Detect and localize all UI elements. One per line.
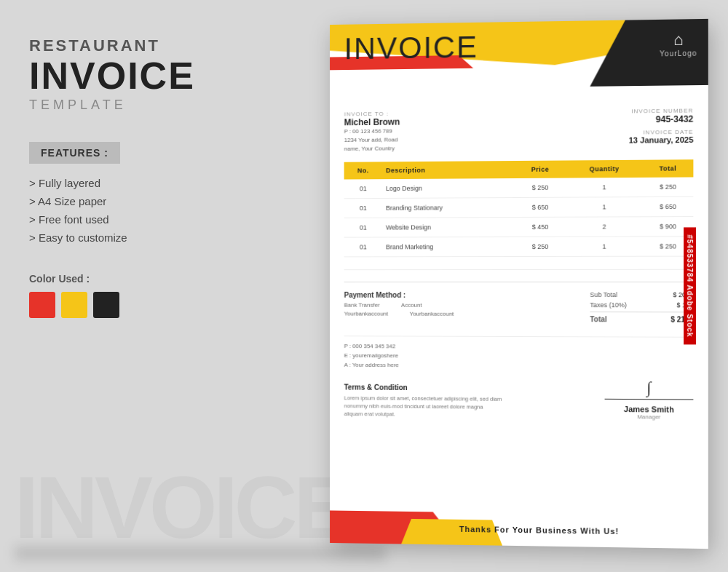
row1-qty: 1 <box>566 178 643 197</box>
row2-total: $ 650 <box>643 196 694 217</box>
row1-price: $ 250 <box>515 178 566 198</box>
payment-method-title: Payment Method : <box>344 291 454 299</box>
features-box: FEATURES : <box>29 142 120 164</box>
total-row: Total $ 2150 <box>590 311 693 323</box>
client-name: Michel Brown <box>344 117 400 128</box>
row1-desc: Logo Design <box>382 178 514 198</box>
table-row-empty <box>344 256 694 270</box>
payment-method-row: Bank Transfer Account <box>344 302 454 309</box>
terms-text: Lorem ipsum dolor sit amet, consectetuer… <box>344 394 502 419</box>
taxes-label: Taxes (10%) <box>590 301 627 309</box>
payment-type: Bank Transfer <box>344 302 380 309</box>
row2-price: $ 650 <box>515 197 566 217</box>
invoice-shadow <box>15 546 386 560</box>
color-swatch-yellow <box>61 292 87 318</box>
table-header-qty: Quantity <box>566 160 643 178</box>
total-label: Total <box>590 315 606 323</box>
invoice-number-section: INVOICE NUMBER 945-3432 INVOICE DATE 13 … <box>629 107 694 151</box>
table-row: 01 Branding Stationary $ 650 1 $ 650 <box>344 196 694 218</box>
row3-price: $ 450 <box>515 217 566 237</box>
feature-item: Fully layered <box>29 177 277 189</box>
invoice-number-value: 945-3432 <box>629 114 694 125</box>
color-swatch-red <box>29 292 55 318</box>
row4-no: 01 <box>344 237 382 257</box>
client-phone: P : 00 123 456 789 <box>344 127 400 137</box>
signature-scribble: ∫ <box>605 378 694 398</box>
table-header-total: Total <box>643 159 694 178</box>
table-row: 01 Brand Marketing $ 250 1 $ 250 <box>344 237 694 257</box>
logo-text: YourLogo <box>660 49 697 58</box>
feature-item: A4 Size paper <box>29 195 277 207</box>
payment-accounts-row: Yourbankaccount Yourbankaccount <box>344 311 454 317</box>
left-panel: RESTAURANT INVOICE TEMPLATE FEATURES : F… <box>0 0 306 572</box>
invoice-table: No. Description Price Quantity Total 01 … <box>344 159 694 270</box>
payment-account: Yourbankaccount <box>410 311 454 317</box>
invoice-title: INVOICE <box>344 30 478 66</box>
features-label: FEATURES : <box>41 147 108 159</box>
totals-section: Sub Total $ 2050 Taxes (10%) $ 100 Total… <box>590 291 693 327</box>
row2-qty: 1 <box>566 197 643 218</box>
feature-list: Fully layered A4 Size paper Free font us… <box>29 177 277 244</box>
colors-label: Color Used : <box>29 273 277 285</box>
logo-icon: ⌂ <box>660 30 697 49</box>
table-header-no: No. <box>344 162 382 179</box>
subtotal-row: Sub Total $ 2050 <box>590 291 693 298</box>
client-address1: 1234 Your add, Road <box>344 135 400 145</box>
row3-desc: Website Design <box>382 218 514 238</box>
color-swatch-black <box>93 292 119 318</box>
table-row: 01 Website Design $ 450 2 $ 900 <box>344 217 694 238</box>
invoice-footer: Thanks For Your Business With Us! <box>330 510 708 549</box>
title-template: TEMPLATE <box>29 98 277 113</box>
payment-method: Payment Method : Bank Transfer Account Y… <box>344 291 454 326</box>
subtotal-label: Sub Total <box>590 291 617 298</box>
client-address2: name, Your Country <box>344 144 400 154</box>
payment-bank: Yourbankaccount <box>344 311 388 317</box>
row3-no: 01 <box>344 218 382 237</box>
signature-title: Manager <box>605 413 694 421</box>
row3-qty: 2 <box>566 217 643 237</box>
terms-title: Terms & Condition <box>344 383 502 392</box>
invoice-info-row: INVOICE TO : Michel Brown P : 00 123 456… <box>344 107 694 153</box>
row2-desc: Branding Stationary <box>382 198 514 218</box>
logo-area: ⌂ YourLogo <box>660 30 697 57</box>
signature-section: ∫ James Smith Manager <box>605 378 694 421</box>
terms-section: Terms & Condition Lorem ipsum dolor sit … <box>344 383 502 419</box>
signature-name: James Smith <box>605 405 694 414</box>
terms-signature-row: Terms & Condition Lorem ipsum dolor sit … <box>344 377 694 428</box>
feature-item: Free font used <box>29 213 277 226</box>
colors-section: Color Used : <box>29 273 277 318</box>
title-invoice: INVOICE <box>29 57 277 95</box>
payment-section: Payment Method : Bank Transfer Account Y… <box>344 282 694 334</box>
table-header-price: Price <box>515 161 566 179</box>
invoice-date-value: 13 January, 2025 <box>629 135 694 145</box>
color-swatches <box>29 292 277 318</box>
invoice-body: INVOICE TO : Michel Brown P : 00 123 456… <box>330 100 708 429</box>
invoice-document: ⌂ YourLogo INVOICE INVOICE TO : Michel B… <box>330 19 708 549</box>
row4-desc: Brand Marketing <box>382 237 514 257</box>
payment-account-label: Account <box>401 302 422 309</box>
row2-no: 01 <box>344 198 382 218</box>
taxes-row: Taxes (10%) $ 100 <box>590 301 693 309</box>
signature-line <box>605 399 694 403</box>
row1-no: 01 <box>344 179 382 199</box>
row1-total: $ 250 <box>643 177 694 196</box>
contact-section: P : 000 354 345 342 E : youremailgoshere… <box>344 335 694 371</box>
contact-address: A : Your address here <box>344 360 694 371</box>
title-restaurant: RESTAURANT <box>29 36 277 55</box>
table-header-desc: Description <box>382 161 514 179</box>
stock-badge: #548533784 Adobe Stock <box>684 227 696 344</box>
invoice-top: ⌂ YourLogo INVOICE <box>330 19 708 104</box>
invoice-to-section: INVOICE TO : Michel Brown P : 00 123 456… <box>344 111 400 154</box>
row4-price: $ 250 <box>515 237 566 256</box>
table-row: 01 Logo Design $ 250 1 $ 250 <box>344 177 694 198</box>
feature-item: Easy to customize <box>29 231 277 244</box>
row4-qty: 1 <box>566 237 643 256</box>
